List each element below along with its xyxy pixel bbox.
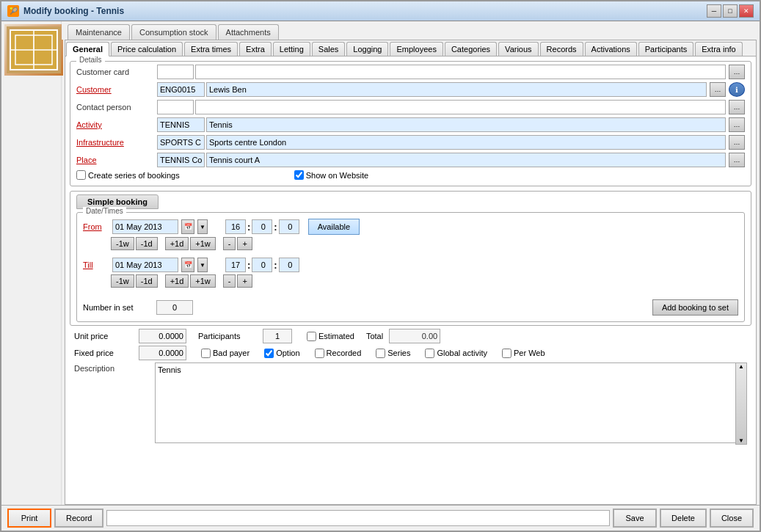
till-calendar-button[interactable]: 📅	[181, 258, 194, 272]
from-minus-1d-button[interactable]: -1d	[136, 237, 158, 250]
scroll-up-arrow[interactable]: ▲	[736, 363, 746, 370]
show-website-checkbox[interactable]	[294, 170, 304, 180]
from-plus-1w-button[interactable]: +1w	[190, 237, 216, 250]
contact-person-code-input[interactable]	[157, 100, 194, 114]
from-plus-1d-button[interactable]: +1d	[165, 237, 189, 250]
subtab-participants[interactable]: Participants	[638, 42, 693, 56]
from-calendar-button[interactable]: 📅	[181, 219, 194, 234]
customer-code-input[interactable]	[157, 82, 205, 97]
unit-price-input[interactable]	[139, 329, 186, 343]
customer-label[interactable]: Customer	[76, 85, 157, 94]
tab-consumption-stock[interactable]: Consumption stock	[131, 24, 216, 40]
from-minus-button[interactable]: -	[223, 237, 236, 250]
till-calendar-dropdown[interactable]: ▼	[197, 258, 208, 272]
per-web-checkbox[interactable]	[502, 349, 511, 358]
total-input[interactable]	[389, 329, 440, 343]
activity-name-input[interactable]	[206, 117, 726, 132]
show-website-item[interactable]: Show on Website	[294, 170, 368, 180]
available-button[interactable]: Available	[308, 219, 360, 235]
series-checkbox[interactable]	[376, 349, 385, 358]
tab-attachments[interactable]: Attachments	[218, 24, 279, 40]
subtab-records[interactable]: Records	[540, 42, 583, 56]
recorded-item[interactable]: Recorded	[315, 349, 362, 358]
infrastructure-browse-button[interactable]: …	[729, 135, 745, 150]
option-item[interactable]: Option	[264, 349, 299, 358]
till-min1-input[interactable]	[252, 258, 272, 272]
contact-person-browse-button[interactable]: …	[729, 100, 745, 114]
bad-payer-item[interactable]: Bad payer	[201, 349, 250, 358]
close-button[interactable]: Close	[710, 509, 754, 528]
subtab-extra[interactable]: Extra	[239, 42, 272, 56]
subtab-extra-info[interactable]: Extra info	[695, 42, 742, 56]
infrastructure-name-input[interactable]	[206, 135, 726, 150]
recorded-checkbox[interactable]	[315, 349, 324, 358]
bad-payer-checkbox[interactable]	[201, 349, 211, 358]
from-min2-input[interactable]	[279, 219, 299, 234]
create-series-checkbox[interactable]	[76, 170, 86, 180]
activity-label[interactable]: Activity	[76, 120, 157, 129]
customer-card-browse-button[interactable]: …	[729, 65, 745, 79]
till-plus-button[interactable]: +	[237, 274, 252, 288]
estimated-item[interactable]: Estimated	[307, 332, 354, 341]
restore-button[interactable]: □	[723, 4, 738, 18]
save-button[interactable]: Save	[613, 509, 657, 528]
number-in-set-input[interactable]	[156, 300, 193, 315]
from-hour-input[interactable]	[225, 219, 246, 234]
subtab-categories[interactable]: Categories	[445, 42, 497, 56]
global-activity-item[interactable]: Global activity	[425, 349, 487, 358]
participants-input[interactable]	[263, 329, 292, 343]
place-code-input[interactable]	[157, 153, 205, 167]
subtab-price-calculation[interactable]: Price calculation	[111, 42, 183, 56]
subtab-activations[interactable]: Activations	[585, 42, 637, 56]
delete-button[interactable]: Delete	[660, 509, 707, 528]
from-plus-button[interactable]: +	[237, 237, 252, 250]
infrastructure-label[interactable]: Infrastructure	[76, 138, 157, 147]
description-scrollbar[interactable]: ▲ ▼	[735, 362, 747, 445]
place-name-input[interactable]	[206, 153, 726, 167]
close-window-button[interactable]: ✕	[739, 4, 754, 18]
option-checkbox[interactable]	[264, 349, 274, 358]
from-label[interactable]: From	[83, 222, 109, 231]
record-button[interactable]: Record	[54, 509, 103, 528]
estimated-checkbox[interactable]	[307, 332, 316, 341]
till-minus-1w-button[interactable]: -1w	[111, 274, 134, 288]
subtab-logging[interactable]: Logging	[346, 42, 388, 56]
description-textarea[interactable]: Tennis	[155, 362, 747, 443]
scroll-down-arrow[interactable]: ▼	[736, 437, 746, 444]
customer-name-input[interactable]	[206, 82, 707, 97]
activity-browse-button[interactable]: …	[729, 117, 745, 132]
from-calendar-dropdown[interactable]: ▼	[197, 219, 208, 234]
till-min2-input[interactable]	[279, 258, 299, 272]
per-web-item[interactable]: Per Web	[502, 349, 545, 358]
subtab-various[interactable]: Various	[498, 42, 538, 56]
customer-info-button[interactable]: ℹ	[729, 82, 745, 97]
activity-code-input[interactable]	[157, 117, 205, 132]
fixed-price-input[interactable]	[139, 346, 186, 360]
till-minus-button[interactable]: -	[223, 274, 236, 288]
from-date-input[interactable]	[112, 219, 178, 234]
create-series-item[interactable]: Create series of bookings	[76, 170, 180, 180]
tab-maintenance[interactable]: Maintenance	[68, 24, 130, 40]
print-button[interactable]: Print	[7, 509, 51, 528]
from-min1-input[interactable]	[252, 219, 272, 234]
minimize-button[interactable]: ─	[707, 4, 721, 18]
series-item[interactable]: Series	[376, 349, 410, 358]
till-plus-1d-button[interactable]: +1d	[165, 274, 189, 288]
subtab-letting[interactable]: Letting	[273, 42, 310, 56]
customer-card-name-input[interactable]	[195, 65, 726, 79]
infrastructure-code-input[interactable]	[157, 135, 205, 150]
place-label[interactable]: Place	[76, 156, 157, 164]
subtab-sales[interactable]: Sales	[312, 42, 346, 56]
subtab-extra-times[interactable]: Extra times	[184, 42, 238, 56]
contact-person-name-input[interactable]	[195, 100, 726, 114]
from-minus-1w-button[interactable]: -1w	[111, 237, 134, 250]
global-activity-checkbox[interactable]	[425, 349, 434, 358]
place-browse-button[interactable]: …	[729, 153, 745, 167]
till-label[interactable]: Till	[83, 260, 109, 269]
customer-browse-button[interactable]: …	[710, 82, 726, 97]
subtab-employees[interactable]: Employees	[390, 42, 443, 56]
till-date-input[interactable]	[112, 258, 178, 272]
till-hour-input[interactable]	[225, 258, 246, 272]
subtab-general[interactable]: General	[66, 42, 109, 57]
add-booking-to-set-button[interactable]: Add booking to set	[652, 299, 738, 316]
